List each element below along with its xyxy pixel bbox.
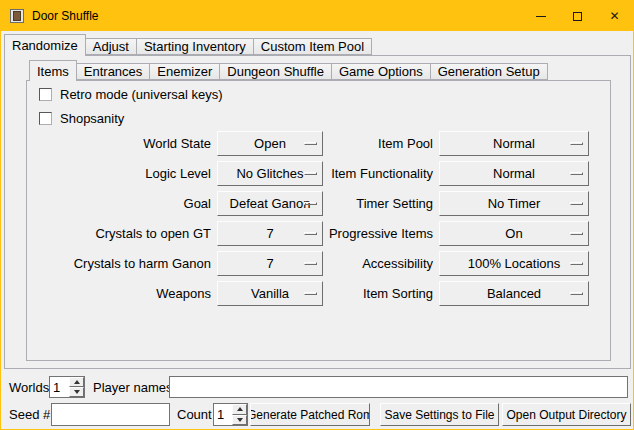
worlds-spin-arrows (69, 377, 84, 397)
tab-game-options[interactable]: Game Options (331, 63, 431, 80)
accessibility-dropdown[interactable]: 100% Locations (439, 251, 589, 276)
world-state-label: World State (29, 131, 211, 156)
arrow-up-icon (74, 380, 80, 384)
item-pool-label: Item Pool (329, 131, 433, 156)
logic-level-dropdown[interactable]: No Glitches (217, 161, 323, 186)
main-tab-bar: Randomize Adjust Starting Inventory Cust… (4, 34, 372, 56)
progressive-items-label: Progressive Items (329, 221, 433, 246)
crystals-open-gt-value: 7 (266, 226, 273, 241)
crystals-open-gt-label: Crystals to open GT (29, 221, 211, 246)
worlds-label: Worlds (9, 376, 49, 398)
logic-level-value: No Glitches (236, 166, 303, 181)
item-functionality-dropdown[interactable]: Normal (439, 161, 589, 186)
worlds-spin-up-button[interactable] (69, 377, 84, 387)
generate-patched-rom-button[interactable]: Generate Patched Rom (250, 403, 370, 426)
worlds-spin-down-button[interactable] (69, 387, 84, 397)
player-names-input[interactable] (169, 376, 628, 398)
tab-generation-setup[interactable]: Generation Setup (430, 63, 548, 80)
tab-entrances[interactable]: Entrances (76, 63, 151, 80)
maximize-icon (573, 12, 582, 21)
close-icon: ✕ (609, 10, 619, 22)
world-state-dropdown[interactable]: Open (217, 131, 323, 156)
tab-starting-inventory[interactable]: Starting Inventory (136, 38, 254, 55)
tab-custom-item-pool[interactable]: Custom Item Pool (253, 38, 372, 55)
open-output-directory-button[interactable]: Open Output Directory (502, 403, 631, 426)
options-grid: World State Open Item Pool Normal Logic … (29, 131, 589, 306)
timer-setting-dropdown[interactable]: No Timer (439, 191, 589, 216)
titlebar: Door Shuffle ✕ (1, 1, 633, 31)
progressive-items-dropdown[interactable]: On (439, 221, 589, 246)
retro-mode-row: Retro mode (universal keys) (39, 87, 223, 101)
shopsanity-label: Shopsanity (60, 111, 124, 126)
arrow-up-icon (237, 407, 243, 411)
close-button[interactable]: ✕ (596, 1, 633, 31)
count-spin-arrows (232, 404, 247, 425)
dropdown-indicator-icon (304, 202, 317, 205)
arrow-down-icon (74, 390, 80, 394)
dropdown-indicator-icon (570, 172, 583, 175)
count-label: Count (177, 403, 212, 426)
count-value[interactable]: 1 (214, 404, 232, 425)
crystals-harm-ganon-value: 7 (266, 256, 273, 271)
minimize-button[interactable] (522, 1, 559, 31)
weapons-value: Vanilla (251, 286, 289, 301)
minimize-icon (536, 16, 546, 17)
maximize-button[interactable] (559, 1, 596, 31)
dropdown-indicator-icon (570, 202, 583, 205)
dropdown-indicator-icon (304, 232, 317, 235)
accessibility-label: Accessibility (329, 251, 433, 276)
dropdown-indicator-icon (304, 172, 317, 175)
save-settings-button[interactable]: Save Settings to File (380, 403, 499, 426)
randomize-sub-tab-bar: Items Entrances Enemizer Dungeon Shuffle… (29, 60, 548, 81)
tab-dungeon-shuffle[interactable]: Dungeon Shuffle (219, 63, 332, 80)
goal-dropdown[interactable]: Defeat Ganon (217, 191, 323, 216)
app-icon (10, 9, 24, 23)
progressive-items-value: On (505, 226, 522, 241)
count-spinbox[interactable]: 1 (213, 403, 248, 426)
seed-input[interactable] (51, 403, 170, 426)
item-pool-dropdown[interactable]: Normal (439, 131, 589, 156)
weapons-dropdown[interactable]: Vanilla (217, 281, 323, 306)
count-spin-down-button[interactable] (232, 415, 247, 426)
dropdown-indicator-icon (304, 262, 317, 265)
door-shuffle-window: Door Shuffle ✕ Randomize Adjust Starting… (0, 0, 634, 430)
world-state-value: Open (254, 136, 286, 151)
dropdown-indicator-icon (570, 232, 583, 235)
tab-adjust[interactable]: Adjust (85, 38, 137, 55)
accessibility-value: 100% Locations (468, 256, 561, 271)
player-names-label: Player names (93, 376, 172, 398)
tab-enemizer[interactable]: Enemizer (149, 63, 220, 80)
count-spin-up-button[interactable] (232, 404, 247, 415)
dropdown-indicator-icon (570, 262, 583, 265)
worlds-spinbox[interactable]: 1 (49, 376, 85, 398)
worlds-value[interactable]: 1 (50, 377, 69, 397)
item-sorting-value: Balanced (487, 286, 541, 301)
retro-mode-label: Retro mode (universal keys) (60, 87, 223, 102)
dropdown-indicator-icon (304, 142, 317, 145)
shopsanity-checkbox[interactable] (39, 112, 52, 125)
tab-items[interactable]: Items (29, 60, 77, 81)
logic-level-label: Logic Level (29, 161, 211, 186)
arrow-down-icon (237, 418, 243, 422)
crystals-open-gt-dropdown[interactable]: 7 (217, 221, 323, 246)
dropdown-indicator-icon (304, 292, 317, 295)
goal-label: Goal (29, 191, 211, 216)
item-functionality-label: Item Functionality (329, 161, 433, 186)
shopsanity-row: Shopsanity (39, 111, 124, 125)
timer-setting-label: Timer Setting (329, 191, 433, 216)
weapons-label: Weapons (29, 281, 211, 306)
tab-randomize[interactable]: Randomize (4, 34, 86, 56)
goal-value: Defeat Ganon (230, 196, 311, 211)
crystals-harm-ganon-label: Crystals to harm Ganon (29, 251, 211, 276)
item-sorting-dropdown[interactable]: Balanced (439, 281, 589, 306)
caption-buttons: ✕ (522, 1, 633, 31)
dropdown-indicator-icon (570, 292, 583, 295)
window-title: Door Shuffle (32, 9, 99, 23)
item-pool-value: Normal (493, 136, 535, 151)
seed-label: Seed # (9, 403, 50, 426)
crystals-harm-ganon-dropdown[interactable]: 7 (217, 251, 323, 276)
item-functionality-value: Normal (493, 166, 535, 181)
dropdown-indicator-icon (570, 142, 583, 145)
item-sorting-label: Item Sorting (329, 281, 433, 306)
retro-mode-checkbox[interactable] (39, 88, 52, 101)
